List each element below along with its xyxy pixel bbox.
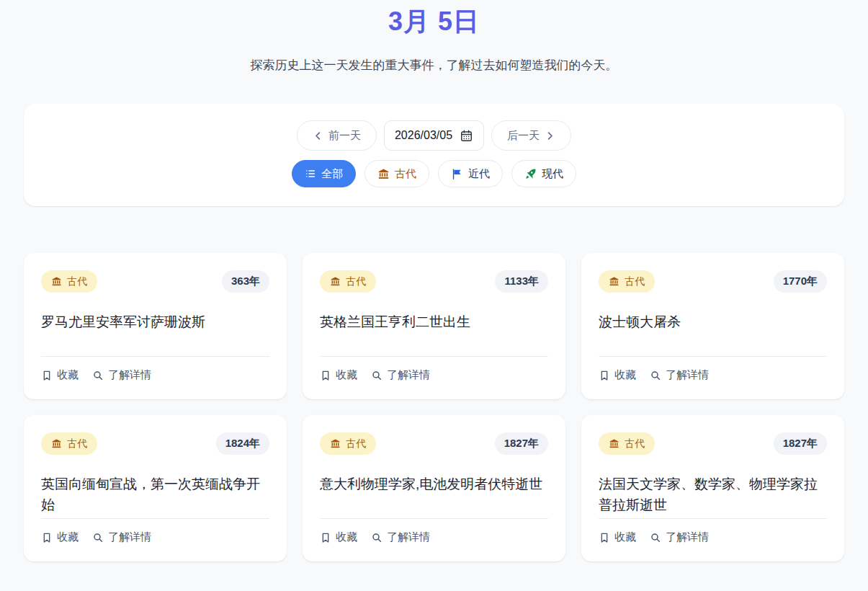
bank-icon (330, 438, 341, 449)
filter-contemporary-label: 现代 (542, 167, 563, 181)
filter-ancient-label: 古代 (395, 167, 416, 181)
bookmark-button[interactable]: 收藏 (41, 368, 79, 382)
bookmark-label: 收藏 (614, 530, 636, 544)
prev-day-label: 前一天 (328, 129, 361, 143)
event-title: 英格兰国王亨利二世出生 (320, 312, 548, 333)
date-navigation-card: 前一天 2026/03/05 (24, 104, 844, 206)
event-title: 意大利物理学家,电池发明者伏特逝世 (320, 474, 548, 495)
card-top: 古代 1824年 (41, 432, 269, 455)
filter-tab-contemporary[interactable]: 现代 (511, 160, 576, 187)
event-card: 古代 1824年 英国向缅甸宣战，第一次英缅战争开始 收藏 了解详情 (24, 415, 287, 561)
bank-icon (51, 276, 62, 287)
bookmark-icon (320, 370, 331, 381)
details-button[interactable]: 了解详情 (650, 530, 709, 544)
card-actions: 收藏 了解详情 (41, 357, 269, 382)
search-icon (371, 532, 382, 543)
bank-icon (330, 276, 341, 287)
details-label: 了解详情 (108, 530, 151, 544)
bookmark-button[interactable]: 收藏 (41, 530, 79, 544)
bookmark-icon (599, 370, 610, 381)
details-button[interactable]: 了解详情 (371, 368, 430, 382)
details-button[interactable]: 了解详情 (650, 368, 709, 382)
next-day-button[interactable]: 后一天 (491, 120, 571, 151)
category-badge: 古代 (320, 270, 376, 293)
filter-tab-all[interactable]: 全部 (292, 160, 356, 187)
card-top: 古代 1827年 (320, 432, 548, 455)
search-icon (371, 370, 382, 381)
rocket-icon (524, 168, 537, 180)
bookmark-label: 收藏 (57, 530, 79, 544)
details-label: 了解详情 (387, 368, 430, 382)
bookmark-icon (320, 532, 331, 543)
bookmark-icon (41, 532, 53, 543)
page-title: 3月 5日 (24, 4, 844, 40)
card-actions: 收藏 了解详情 (599, 519, 827, 544)
calendar-icon[interactable] (460, 129, 473, 143)
category-badge: 古代 (599, 432, 655, 455)
event-card: 古代 1133年 英格兰国王亨利二世出生 收藏 了解详情 (303, 253, 565, 399)
bookmark-label: 收藏 (336, 368, 357, 382)
category-badge: 古代 (599, 270, 655, 293)
next-day-label: 后一天 (507, 129, 540, 143)
event-title: 法国天文学家、数学家、物理学家拉普拉斯逝世 (599, 474, 827, 515)
year-badge: 1827年 (774, 432, 827, 455)
event-card: 古代 1827年 意大利物理学家,电池发明者伏特逝世 收藏 了解详情 (303, 415, 565, 561)
category-label: 古代 (67, 437, 87, 450)
filter-tab-modern[interactable]: 近代 (438, 160, 503, 187)
filter-modern-label: 近代 (468, 167, 490, 181)
year-badge: 1824年 (216, 432, 269, 455)
bookmark-button[interactable]: 收藏 (599, 368, 636, 382)
card-top: 古代 1827年 (599, 432, 827, 455)
date-input[interactable]: 2026/03/05 (384, 120, 484, 151)
bank-icon (51, 438, 62, 449)
card-top: 古代 1770年 (599, 270, 827, 293)
event-card: 古代 363年 罗马尤里安率军讨萨珊波斯 收藏 了解详情 (24, 253, 287, 399)
event-title: 英国向缅甸宣战，第一次英缅战争开始 (41, 474, 269, 515)
event-title: 波士顿大屠杀 (599, 312, 827, 333)
year-badge: 1770年 (774, 270, 827, 293)
bank-icon (377, 168, 390, 180)
chevron-left-icon (313, 130, 323, 141)
details-label: 了解详情 (666, 368, 709, 382)
details-label: 了解详情 (387, 530, 430, 544)
card-actions: 收藏 了解详情 (320, 519, 548, 544)
filter-all-label: 全部 (321, 167, 343, 181)
bookmark-icon (599, 532, 610, 543)
category-badge: 古代 (41, 270, 97, 293)
bookmark-button[interactable]: 收藏 (599, 530, 636, 544)
card-actions: 收藏 了解详情 (320, 357, 548, 382)
chevron-right-icon (545, 130, 555, 141)
card-top: 古代 1133年 (320, 270, 548, 293)
list-icon (305, 168, 316, 179)
bank-icon (609, 276, 619, 287)
filter-row: 全部 古代 (24, 160, 844, 187)
details-label: 了解详情 (666, 530, 709, 544)
prev-day-button[interactable]: 前一天 (297, 120, 377, 151)
details-button[interactable]: 了解详情 (92, 530, 151, 544)
bookmark-icon (41, 370, 53, 381)
category-label: 古代 (625, 437, 645, 450)
category-label: 古代 (346, 437, 366, 450)
bookmark-button[interactable]: 收藏 (320, 530, 357, 544)
filter-tab-ancient[interactable]: 古代 (364, 160, 429, 187)
category-label: 古代 (67, 275, 87, 288)
bookmark-label: 收藏 (57, 368, 79, 382)
search-icon (650, 370, 661, 381)
category-label: 古代 (346, 275, 366, 288)
details-button[interactable]: 了解详情 (92, 368, 151, 382)
page-container: 3月 5日 探索历史上这一天发生的重大事件，了解过去如何塑造我们的今天。 前一天… (24, 0, 844, 561)
details-button[interactable]: 了解详情 (371, 530, 430, 544)
date-value: 2026/03/05 (395, 129, 452, 142)
events-grid: 古代 363年 罗马尤里安率军讨萨珊波斯 收藏 了解详情 (24, 253, 844, 561)
year-badge: 1133年 (495, 270, 548, 293)
bank-icon (609, 438, 619, 449)
search-icon (92, 532, 104, 543)
category-badge: 古代 (320, 432, 376, 455)
card-actions: 收藏 了解详情 (599, 357, 827, 382)
event-card: 古代 1770年 波士顿大屠杀 收藏 了解详情 (581, 253, 844, 399)
card-top: 古代 363年 (41, 270, 269, 293)
year-badge: 363年 (222, 270, 269, 293)
bookmark-button[interactable]: 收藏 (320, 368, 357, 382)
category-label: 古代 (625, 275, 645, 288)
flag-icon (451, 168, 463, 180)
